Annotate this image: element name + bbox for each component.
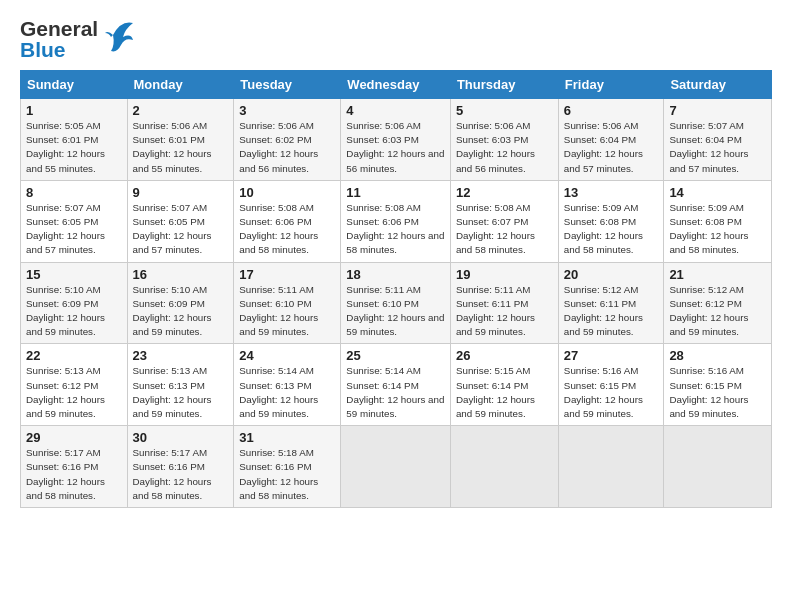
calendar-cell xyxy=(450,426,558,508)
day-number: 1 xyxy=(26,103,122,118)
calendar-cell: 17Sunrise: 5:11 AMSunset: 6:10 PMDayligh… xyxy=(234,262,341,344)
calendar-cell: 23Sunrise: 5:13 AMSunset: 6:13 PMDayligh… xyxy=(127,344,234,426)
day-number: 24 xyxy=(239,348,335,363)
day-number: 2 xyxy=(133,103,229,118)
day-number: 22 xyxy=(26,348,122,363)
day-number: 17 xyxy=(239,267,335,282)
calendar-cell: 26Sunrise: 5:15 AMSunset: 6:14 PMDayligh… xyxy=(450,344,558,426)
day-info: Sunrise: 5:11 AMSunset: 6:10 PMDaylight:… xyxy=(239,283,335,340)
day-number: 23 xyxy=(133,348,229,363)
calendar-cell: 19Sunrise: 5:11 AMSunset: 6:11 PMDayligh… xyxy=(450,262,558,344)
day-info: Sunrise: 5:10 AMSunset: 6:09 PMDaylight:… xyxy=(26,283,122,340)
day-number: 13 xyxy=(564,185,659,200)
day-number: 5 xyxy=(456,103,553,118)
day-number: 30 xyxy=(133,430,229,445)
day-number: 8 xyxy=(26,185,122,200)
day-number: 9 xyxy=(133,185,229,200)
calendar-cell: 29Sunrise: 5:17 AMSunset: 6:16 PMDayligh… xyxy=(21,426,128,508)
header: General Blue xyxy=(20,18,772,60)
calendar-cell xyxy=(558,426,664,508)
day-number: 4 xyxy=(346,103,445,118)
day-info: Sunrise: 5:13 AMSunset: 6:12 PMDaylight:… xyxy=(26,364,122,421)
day-info: Sunrise: 5:16 AMSunset: 6:15 PMDaylight:… xyxy=(669,364,766,421)
day-info: Sunrise: 5:06 AMSunset: 6:03 PMDaylight:… xyxy=(456,119,553,176)
day-number: 31 xyxy=(239,430,335,445)
day-info: Sunrise: 5:18 AMSunset: 6:16 PMDaylight:… xyxy=(239,446,335,503)
day-number: 14 xyxy=(669,185,766,200)
header-friday: Friday xyxy=(558,71,664,99)
header-saturday: Saturday xyxy=(664,71,772,99)
day-number: 10 xyxy=(239,185,335,200)
calendar-cell: 25Sunrise: 5:14 AMSunset: 6:14 PMDayligh… xyxy=(341,344,451,426)
day-info: Sunrise: 5:06 AMSunset: 6:02 PMDaylight:… xyxy=(239,119,335,176)
calendar-cell: 7Sunrise: 5:07 AMSunset: 6:04 PMDaylight… xyxy=(664,99,772,181)
day-info: Sunrise: 5:09 AMSunset: 6:08 PMDaylight:… xyxy=(669,201,766,258)
header-thursday: Thursday xyxy=(450,71,558,99)
logo: General Blue xyxy=(20,18,135,60)
calendar-cell: 12Sunrise: 5:08 AMSunset: 6:07 PMDayligh… xyxy=(450,180,558,262)
day-info: Sunrise: 5:17 AMSunset: 6:16 PMDaylight:… xyxy=(133,446,229,503)
calendar-cell: 2Sunrise: 5:06 AMSunset: 6:01 PMDaylight… xyxy=(127,99,234,181)
calendar-cell xyxy=(341,426,451,508)
weekday-header-row: Sunday Monday Tuesday Wednesday Thursday… xyxy=(21,71,772,99)
calendar-cell: 18Sunrise: 5:11 AMSunset: 6:10 PMDayligh… xyxy=(341,262,451,344)
calendar-cell: 13Sunrise: 5:09 AMSunset: 6:08 PMDayligh… xyxy=(558,180,664,262)
day-number: 19 xyxy=(456,267,553,282)
calendar-cell: 16Sunrise: 5:10 AMSunset: 6:09 PMDayligh… xyxy=(127,262,234,344)
day-number: 21 xyxy=(669,267,766,282)
logo-bird-icon xyxy=(103,15,135,59)
day-number: 27 xyxy=(564,348,659,363)
day-info: Sunrise: 5:09 AMSunset: 6:08 PMDaylight:… xyxy=(564,201,659,258)
header-monday: Monday xyxy=(127,71,234,99)
calendar-cell: 28Sunrise: 5:16 AMSunset: 6:15 PMDayligh… xyxy=(664,344,772,426)
day-info: Sunrise: 5:16 AMSunset: 6:15 PMDaylight:… xyxy=(564,364,659,421)
calendar-cell: 20Sunrise: 5:12 AMSunset: 6:11 PMDayligh… xyxy=(558,262,664,344)
day-number: 28 xyxy=(669,348,766,363)
header-sunday: Sunday xyxy=(21,71,128,99)
calendar-cell: 4Sunrise: 5:06 AMSunset: 6:03 PMDaylight… xyxy=(341,99,451,181)
calendar-table: Sunday Monday Tuesday Wednesday Thursday… xyxy=(20,70,772,508)
day-info: Sunrise: 5:06 AMSunset: 6:03 PMDaylight:… xyxy=(346,119,445,176)
day-number: 16 xyxy=(133,267,229,282)
day-info: Sunrise: 5:12 AMSunset: 6:12 PMDaylight:… xyxy=(669,283,766,340)
day-info: Sunrise: 5:06 AMSunset: 6:01 PMDaylight:… xyxy=(133,119,229,176)
calendar-cell: 10Sunrise: 5:08 AMSunset: 6:06 PMDayligh… xyxy=(234,180,341,262)
day-number: 3 xyxy=(239,103,335,118)
day-number: 18 xyxy=(346,267,445,282)
calendar-cell: 15Sunrise: 5:10 AMSunset: 6:09 PMDayligh… xyxy=(21,262,128,344)
calendar-cell: 22Sunrise: 5:13 AMSunset: 6:12 PMDayligh… xyxy=(21,344,128,426)
day-number: 11 xyxy=(346,185,445,200)
page: General Blue Sunday Monday Tuesday xyxy=(0,0,792,612)
calendar-cell: 8Sunrise: 5:07 AMSunset: 6:05 PMDaylight… xyxy=(21,180,128,262)
day-info: Sunrise: 5:08 AMSunset: 6:06 PMDaylight:… xyxy=(239,201,335,258)
logo-blue: Blue xyxy=(20,39,98,60)
day-number: 15 xyxy=(26,267,122,282)
day-info: Sunrise: 5:10 AMSunset: 6:09 PMDaylight:… xyxy=(133,283,229,340)
calendar-cell xyxy=(664,426,772,508)
calendar-cell: 9Sunrise: 5:07 AMSunset: 6:05 PMDaylight… xyxy=(127,180,234,262)
logo-general: General xyxy=(20,18,98,39)
day-info: Sunrise: 5:11 AMSunset: 6:10 PMDaylight:… xyxy=(346,283,445,340)
day-info: Sunrise: 5:08 AMSunset: 6:07 PMDaylight:… xyxy=(456,201,553,258)
day-number: 6 xyxy=(564,103,659,118)
day-info: Sunrise: 5:05 AMSunset: 6:01 PMDaylight:… xyxy=(26,119,122,176)
calendar-cell: 27Sunrise: 5:16 AMSunset: 6:15 PMDayligh… xyxy=(558,344,664,426)
day-info: Sunrise: 5:08 AMSunset: 6:06 PMDaylight:… xyxy=(346,201,445,258)
calendar-cell: 5Sunrise: 5:06 AMSunset: 6:03 PMDaylight… xyxy=(450,99,558,181)
day-info: Sunrise: 5:14 AMSunset: 6:14 PMDaylight:… xyxy=(346,364,445,421)
calendar-cell: 14Sunrise: 5:09 AMSunset: 6:08 PMDayligh… xyxy=(664,180,772,262)
day-number: 12 xyxy=(456,185,553,200)
day-number: 20 xyxy=(564,267,659,282)
calendar-cell: 24Sunrise: 5:14 AMSunset: 6:13 PMDayligh… xyxy=(234,344,341,426)
day-info: Sunrise: 5:13 AMSunset: 6:13 PMDaylight:… xyxy=(133,364,229,421)
header-wednesday: Wednesday xyxy=(341,71,451,99)
day-info: Sunrise: 5:15 AMSunset: 6:14 PMDaylight:… xyxy=(456,364,553,421)
day-info: Sunrise: 5:06 AMSunset: 6:04 PMDaylight:… xyxy=(564,119,659,176)
day-number: 7 xyxy=(669,103,766,118)
day-info: Sunrise: 5:11 AMSunset: 6:11 PMDaylight:… xyxy=(456,283,553,340)
day-number: 29 xyxy=(26,430,122,445)
day-number: 26 xyxy=(456,348,553,363)
calendar-cell: 30Sunrise: 5:17 AMSunset: 6:16 PMDayligh… xyxy=(127,426,234,508)
day-info: Sunrise: 5:17 AMSunset: 6:16 PMDaylight:… xyxy=(26,446,122,503)
day-info: Sunrise: 5:14 AMSunset: 6:13 PMDaylight:… xyxy=(239,364,335,421)
